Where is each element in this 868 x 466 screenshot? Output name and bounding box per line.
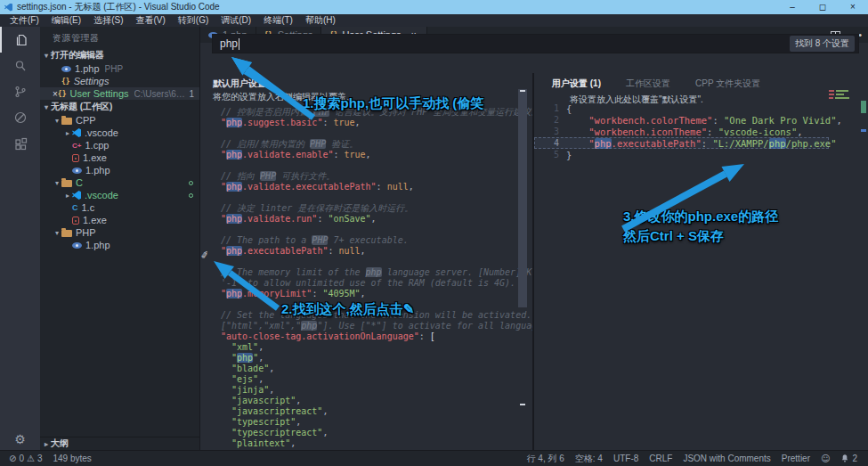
problems-indicator[interactable]: ⊘ 0 ⚠ 3 [4, 454, 47, 463]
code-line [221, 192, 513, 203]
menu-item-F[interactable]: 文件(F) [4, 14, 45, 27]
tree-item-1php[interactable]: 1.php [40, 239, 199, 251]
php-file-icon [72, 242, 82, 249]
tree-item-CPP[interactable]: ▾CPP [40, 114, 199, 127]
user-code-line[interactable]: 1{ [534, 102, 829, 114]
status-item[interactable]: UTF-8 [608, 454, 644, 463]
settings-search-input[interactable]: php 找到 8 个设置 [212, 34, 859, 53]
status-item[interactable]: 空格: 4 [570, 453, 608, 465]
tree-item-label: PHP [76, 227, 96, 238]
menu-item-V[interactable]: 查看(V) [129, 14, 171, 27]
open-editor-item[interactable]: 1.phpPHP [40, 62, 199, 75]
code-text: "workbench.iconTheme": "vscode-icons", [566, 127, 803, 137]
tree-item-label: 1.exe [83, 215, 107, 225]
open-editor-label: 1.php [75, 63, 100, 74]
user-code-line[interactable]: 3 "workbench.iconTheme": "vscode-icons", [534, 126, 829, 137]
window-title: settings.json - 无标题 (工作区) - Visual Studi… [17, 1, 220, 13]
file-size-indicator[interactable]: 149 bytes [47, 454, 96, 463]
code-line: "php.executablePath": null, [221, 246, 513, 257]
tree-item-1exe[interactable]: 1.exe [40, 214, 199, 226]
chevron-right-icon: ▸ [63, 192, 72, 200]
braces-settings-icon: {} [58, 90, 67, 98]
menu-item-T[interactable]: 终端(T) [257, 14, 299, 27]
minimize-button[interactable]: – [777, 0, 807, 14]
folder-icon [61, 228, 72, 237]
code-line: "php.validate.enable": true, [221, 150, 513, 160]
explorer-icon[interactable] [0, 27, 40, 53]
annotation-step3-line2: 然后Ctrl + S保存 [623, 228, 724, 245]
edit-pencil-icon[interactable]: ✎ [200, 249, 212, 259]
tree-item-vscode[interactable]: ▸.vscode [40, 127, 199, 139]
annotation-step2: 2.找到这个,然后点击✎ [281, 301, 414, 318]
cpp-file-icon: C+ [72, 142, 81, 150]
settings-scope-tab[interactable]: CPP 文件夹设置 [695, 78, 760, 90]
source-control-icon[interactable] [0, 78, 40, 104]
settings-scope-tab[interactable]: 工作区设置 [626, 78, 670, 90]
annotation-step1: 1.搜索php,也可以手动找 (偷笑 [303, 95, 483, 112]
scrollbar[interactable] [518, 73, 527, 450]
folder-icon [61, 116, 72, 125]
menu-item-G[interactable]: 转到(G) [172, 14, 215, 27]
tree-item-1c[interactable]: C1.c [40, 201, 199, 214]
code-line: "javascript", [221, 396, 513, 406]
search-icon[interactable] [0, 53, 40, 78]
scrollbar-thumb[interactable] [518, 89, 527, 307]
maximize-button[interactable]: ◻ [807, 0, 838, 14]
tree-item-C[interactable]: ▾C [40, 176, 199, 189]
user-code-line[interactable]: 2 "workbench.colorTheme": "One Dark Pro … [534, 114, 829, 126]
settings-scope-tab[interactable]: 用户设置 (1) [552, 78, 601, 90]
open-editors-header[interactable]: ▾ 打开的编辑器 [40, 48, 199, 62]
tree-item-vscode[interactable]: ▸.vscode [40, 189, 199, 201]
user-settings-code[interactable]: 1{2 "workbench.colorTheme": "One Dark Pr… [534, 102, 829, 160]
user-settings-pane: 用户设置 (1)工作区设置CPP 文件夹设置 将设置放入此处以覆盖"默认设置".… [534, 73, 868, 450]
code-line: "php.suggest.basic": true, [221, 118, 513, 128]
tree-item-1php[interactable]: 1.php [40, 164, 199, 176]
line-number: 1 [534, 103, 559, 113]
code-line: "php", [221, 353, 513, 364]
user-code-line[interactable]: 4 "php.executablePath": "L:/XAMPP/php/ph… [534, 137, 829, 149]
tree-item-1exe[interactable]: 1.exe [40, 151, 199, 164]
cursorline-marker [861, 129, 866, 132]
php-file-icon [72, 168, 82, 174]
minimap[interactable] [829, 89, 854, 100]
tree-item-label: 1.c [82, 202, 95, 213]
open-editor-item[interactable]: {}Settings [40, 75, 199, 87]
match-marker [861, 101, 866, 113]
tree-item-label: C [76, 177, 83, 188]
tree-item-label: 1.php [85, 240, 110, 250]
git-status-dot [189, 181, 193, 185]
code-line: "blade", [221, 364, 513, 374]
tree-item-label: 1.php [85, 165, 110, 176]
menu-bar: 文件(F)编辑(E)选择(S)查看(V)转到(G)调试(D)终端(T)帮助(H) [0, 14, 868, 27]
open-editor-item[interactable]: ×{}User SettingsC:\Users\60301\AppData..… [40, 87, 199, 100]
status-item[interactable]: Prettier [776, 454, 815, 463]
user-code-line[interactable]: 5} [534, 149, 829, 160]
tree-item-label: CPP [76, 115, 96, 126]
menu-item-S[interactable]: 选择(S) [87, 14, 129, 27]
menu-item-D[interactable]: 调试(D) [215, 14, 257, 27]
workspace-header[interactable]: ▾ 无标题 (工作区) [40, 100, 199, 114]
extensions-icon[interactable] [0, 130, 40, 156]
feedback-smiley-icon[interactable]: ☺ [815, 454, 835, 463]
status-item[interactable]: JSON with Comments [677, 454, 775, 463]
tree-item-PHP[interactable]: ▾PHP [40, 226, 199, 239]
default-settings-pane: 默认用户设置 将您的设置放入右侧编辑器以覆盖。 // 控制是否启用内置 PHP … [200, 73, 534, 450]
code-line: "jinja", [221, 385, 513, 396]
debug-icon[interactable] [0, 104, 40, 130]
menu-item-H[interactable]: 帮助(H) [299, 14, 342, 27]
status-item[interactable]: CRLF [644, 454, 677, 463]
tree-item-1cpp[interactable]: C+1.cpp [40, 139, 199, 151]
code-line: // 决定 linter 是在保存时还是输入时运行。 [221, 203, 513, 214]
menu-item-E[interactable]: 编辑(E) [45, 14, 87, 27]
code-text: } [566, 150, 572, 160]
settings-gear-icon[interactable]: ⚙ [14, 432, 26, 446]
code-line: // 指向 PHP 可执行文件。 [221, 171, 513, 182]
line-number: 4 [534, 138, 559, 148]
close-button[interactable]: × [838, 0, 868, 14]
braces-settings-icon: {} [61, 78, 70, 86]
status-item[interactable]: 行 4, 列 6 [522, 453, 570, 465]
outline-header[interactable]: ▸ 大纲 [40, 437, 199, 450]
chevron-down-icon: ▾ [42, 52, 51, 60]
notifications-bell[interactable]: 2 [835, 454, 863, 463]
title-bar: settings.json - 无标题 (工作区) - Visual Studi… [0, 0, 868, 14]
